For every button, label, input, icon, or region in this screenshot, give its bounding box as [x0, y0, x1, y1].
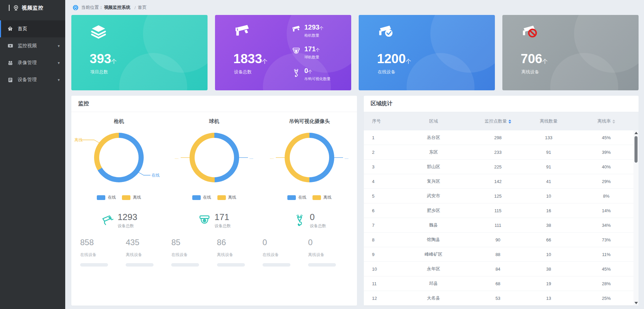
sidebar-item-设备管理[interactable]: 设备管理▼ [0, 71, 65, 88]
legend-online-label: 在线 [298, 195, 306, 200]
breadcrumb-current: 首页 [138, 4, 147, 11]
stat-number: 858 [80, 238, 126, 247]
stat-card-项目总数[interactable]: 393个 项目总数 [71, 15, 208, 90]
breadcrumb-root-link[interactable]: 视频监控系统 [104, 4, 130, 11]
cell-rate: 45% [574, 135, 639, 140]
sort-carets-icon[interactable] [508, 120, 511, 124]
cell-offline: 16 [523, 208, 574, 213]
table-row-东区[interactable]: 2东区2339139% [364, 145, 639, 160]
donut-labels: 离线 在线 [74, 129, 164, 186]
main-area: 当前位置： 视频监控系统 / 首页 393个 项目总数 1833个 设备总数 [65, 0, 644, 309]
sidebar-item-首页[interactable]: 首页 [0, 20, 65, 37]
table-row-武安市[interactable]: 5武安市125108% [364, 189, 639, 203]
cell-region: 东区 [394, 149, 472, 155]
bullet-camera-icon [101, 214, 114, 227]
total-number: 0 [310, 212, 326, 222]
sidebar-menu: 首页监控视频▼录像管理▼设备管理▼ [0, 20, 65, 88]
offline-swatch [122, 195, 130, 200]
donut-chart-吊钩可视化摄像头: 吊钩可视化摄像头 … … 在线 离线 0 设备总数 [262, 118, 357, 229]
cell-no: 10 [364, 267, 394, 272]
stat-cards-row: 393个 项目总数 1833个 设备总数 1293个 枪机数量 171个 球机数… [65, 15, 644, 90]
scroll-up-arrow-icon[interactable] [634, 132, 638, 134]
sidebar-item-监控视频[interactable]: 监控视频▼ [0, 37, 65, 54]
stat-label: 在线设备 [263, 252, 308, 258]
cell-points: 125 [472, 194, 523, 199]
legend-item-offline[interactable]: 离线 [217, 195, 236, 200]
legend-offline-label: 离线 [133, 195, 141, 200]
legend-item-online[interactable]: 在线 [287, 195, 306, 200]
sidebar-item-录像管理[interactable]: 录像管理▼ [0, 54, 65, 71]
substat-value: 0个 [304, 67, 312, 74]
column-label: 监控点数量 [485, 119, 507, 124]
column-header-序号: 序号 [364, 118, 394, 124]
cell-points: 90 [472, 237, 523, 242]
table-row-大名县[interactable]: 12大名县531325% [364, 291, 639, 306]
table-row-魏县[interactable]: 7魏县1113834% [364, 218, 639, 233]
chart-title: 球机 [209, 118, 219, 125]
sort-carets-icon[interactable] [612, 120, 615, 124]
device-manage-icon [7, 77, 14, 83]
column-label: 区域 [429, 119, 438, 124]
substat-吊钩可视化数量: 0个 吊钩可视化数量 [291, 67, 342, 81]
stat-card-在线设备[interactable]: 1200个 在线设备 [359, 15, 495, 90]
column-label: 离线率 [597, 119, 611, 124]
cell-region: 大名县 [394, 295, 472, 301]
table-row-馆陶县[interactable]: 8馆陶县906673% [364, 233, 639, 247]
cell-points: 298 [472, 135, 523, 140]
cell-rate: 8% [574, 194, 639, 199]
online-swatch [287, 195, 296, 200]
region-panel-body: 序号区域监控点数量离线数量离线率 1丛台区29813345%2东区2339139… [364, 112, 639, 306]
stat-number: 0 [308, 238, 354, 247]
donut-wrap: 离线 在线 [74, 129, 164, 186]
legend-item-online[interactable]: 在线 [192, 195, 211, 200]
cell-points: 233 [472, 150, 523, 155]
legend-item-offline[interactable]: 离线 [122, 195, 141, 200]
sidebar-item-label: 监控视频 [18, 43, 57, 49]
app-logo: 视频监控 [0, 0, 65, 16]
stat-吊钩可视化摄像头-online: 0 在线设备 [263, 238, 308, 267]
offline-swatch [217, 195, 226, 200]
chart-title: 枪机 [114, 118, 124, 125]
stat-progressbar [126, 263, 154, 267]
cell-offline: 91 [523, 150, 574, 155]
table-row-邯山区[interactable]: 3邯山区2259140% [364, 160, 639, 174]
column-header-离线率[interactable]: 离线率 [574, 118, 639, 124]
stat-label: 离线设备 [126, 252, 171, 258]
hook-icon [293, 214, 306, 227]
svg-text:…: … [344, 155, 348, 160]
monitor-video-icon [7, 43, 14, 49]
svg-text:…: … [175, 155, 179, 160]
cell-region: 魏县 [394, 222, 472, 228]
scroll-down-arrow-icon[interactable] [634, 302, 638, 304]
stat-card-离线设备[interactable]: 706个 离线设备 [502, 15, 639, 90]
cell-points: 115 [472, 208, 523, 213]
column-header-监控点数量[interactable]: 监控点数量 [472, 118, 523, 124]
table-row-邱县[interactable]: 11邱县681928% [364, 276, 639, 291]
table-row-肥乡区[interactable]: 6肥乡区1151614% [364, 203, 639, 218]
stat-球机-online: 85 在线设备 [171, 238, 217, 267]
cell-region: 邱县 [394, 280, 472, 287]
donut-chart-球机: 球机 … … 在线 离线 171 设备总数 [166, 118, 262, 229]
cell-region: 馆陶县 [394, 237, 472, 243]
cell-rate: 73% [574, 237, 639, 242]
table-row-丛台区[interactable]: 1丛台区29813345% [364, 130, 639, 145]
cell-offline: 41 [523, 179, 574, 184]
legend-item-online[interactable]: 在线 [97, 195, 116, 200]
location-pin-icon [73, 5, 78, 11]
stat-card-设备总数[interactable]: 1833个 设备总数 1293个 枪机数量 171个 球机数量 0个 吊钩可视化… [215, 15, 351, 90]
substat-枪机数量: 1293个 枪机数量 [291, 24, 342, 38]
table-row-峰峰矿区[interactable]: 9峰峰矿区881011% [364, 247, 639, 262]
monitor-panel: 监控 枪机 离线 在线 在线 离线 12 [71, 96, 357, 306]
breadcrumb-prefix: 当前位置： [81, 4, 103, 11]
cell-region: 武安市 [394, 193, 472, 199]
table-row-复兴区[interactable]: 4复兴区1424129% [364, 174, 639, 189]
scrollbar-thumb[interactable] [634, 136, 638, 163]
cell-region: 峰峰矿区 [394, 251, 472, 257]
legend-item-offline[interactable]: 离线 [312, 195, 332, 200]
stat-label: 离线设备 [308, 252, 354, 258]
record-manage-icon [7, 60, 14, 66]
cell-offline: 91 [523, 164, 574, 169]
substat-label: 球机数量 [304, 55, 320, 60]
scrollbar-track[interactable] [633, 135, 639, 301]
table-row-永年区[interactable]: 10永年区843845% [364, 262, 639, 276]
